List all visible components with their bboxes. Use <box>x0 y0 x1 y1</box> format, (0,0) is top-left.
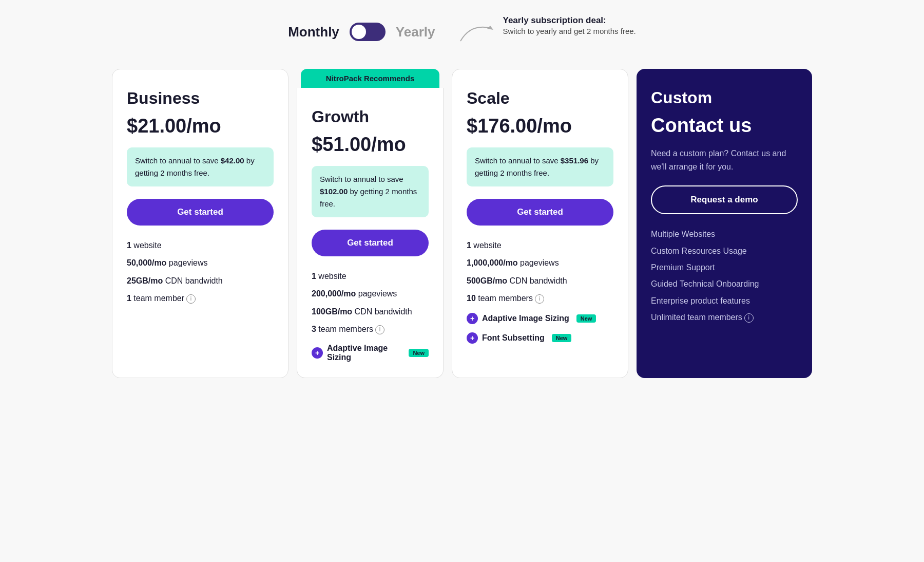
recommend-badge: NitroPack Recommends <box>301 69 439 88</box>
custom-description: Need a custom plan? Contact us and we'll… <box>651 147 798 173</box>
request-demo-btn[interactable]: Request a demo <box>651 185 798 214</box>
info-icon[interactable]: i <box>186 294 196 304</box>
info-icon[interactable]: i <box>535 294 544 304</box>
info-icon[interactable]: i <box>375 325 384 334</box>
yearly-deal-content: Yearly subscription deal: Switch to year… <box>503 15 636 38</box>
new-badge: New <box>576 314 596 323</box>
get-started-btn-scale[interactable]: Get started <box>467 199 613 226</box>
monthly-label: Monthly <box>288 24 339 40</box>
custom-feature-item: Premium Support <box>651 262 798 273</box>
yearly-deal-area: Yearly subscription deal: Switch to year… <box>455 15 636 48</box>
savings-box-business: Switch to annual to save $42.00 by getti… <box>127 147 274 186</box>
arc-arrow-icon <box>455 21 496 48</box>
addon-item: +Adaptive Image SizingNew <box>312 344 429 362</box>
features-list-scale: 1 website1,000,000/mo pageviews500GB/mo … <box>467 240 613 344</box>
plan-name-growth: Growth <box>312 107 429 126</box>
get-started-btn-growth[interactable]: Get started <box>312 230 429 256</box>
feature-item: 1 website <box>312 271 429 282</box>
features-list-growth: 1 website200,000/mo pageviews100GB/mo CD… <box>312 271 429 362</box>
feature-item: 1,000,000/mo pageviews <box>467 257 613 269</box>
feature-item: 100GB/mo CDN bandwidth <box>312 306 429 317</box>
feature-item: 1 website <box>467 240 613 251</box>
addon-plus-icon: + <box>467 332 478 344</box>
plan-card-custom: CustomContact usNeed a custom plan? Cont… <box>637 69 812 378</box>
savings-box-scale: Switch to annual to save $351.96 by gett… <box>467 147 613 186</box>
custom-feature-item: Guided Technical Onboarding <box>651 278 798 290</box>
feature-item: 25GB/mo CDN bandwidth <box>127 275 274 287</box>
addon-item: +Adaptive Image SizingNew <box>467 313 613 324</box>
feature-item: 3 team membersi <box>312 324 429 335</box>
plan-card-growth: Growth$51.00/moSwitch to annual to save … <box>297 88 444 378</box>
feature-item: 50,000/mo pageviews <box>127 257 274 269</box>
new-badge: New <box>552 334 572 342</box>
feature-item: 200,000/mo pageviews <box>312 288 429 299</box>
feature-item: 10 team membersi <box>467 293 613 304</box>
plan-name-business: Business <box>127 89 274 108</box>
billing-toggle-section: Monthly Yearly Yearly subscription deal:… <box>154 15 770 48</box>
plan-price-custom: Contact us <box>651 115 798 137</box>
plans-container: Business$21.00/moSwitch to annual to sav… <box>108 69 816 378</box>
yearly-label: Yearly <box>396 24 435 40</box>
savings-box-growth: Switch to annual to save $102.00 by gett… <box>312 166 429 217</box>
plan-name-custom: Custom <box>651 88 798 107</box>
billing-toggle[interactable] <box>350 23 386 41</box>
features-list-business: 1 website50,000/mo pageviews25GB/mo CDN … <box>127 240 274 305</box>
addon-label: Adaptive Image Sizing <box>482 314 569 323</box>
info-icon[interactable]: i <box>744 313 754 323</box>
toggle-wrapper: Monthly Yearly <box>288 23 435 41</box>
addon-plus-icon: + <box>312 347 323 359</box>
addon-item: +Font SubsettingNew <box>467 332 613 344</box>
get-started-btn-business[interactable]: Get started <box>127 199 274 226</box>
feature-item: 500GB/mo CDN bandwidth <box>467 275 613 287</box>
plan-price-scale: $176.00/mo <box>467 115 613 137</box>
plan-card-scale: Scale$176.00/moSwitch to annual to save … <box>452 69 628 378</box>
addon-label: Adaptive Image Sizing <box>327 344 401 362</box>
yearly-deal-title: Yearly subscription deal: <box>503 15 636 26</box>
custom-feature-item: Custom Resources Usage <box>651 246 798 257</box>
plan-card-business: Business$21.00/moSwitch to annual to sav… <box>112 69 288 378</box>
feature-item: 1 website <box>127 240 274 251</box>
addon-label: Font Subsetting <box>482 333 545 343</box>
feature-item: 1 team memberi <box>127 293 274 304</box>
addon-plus-icon: + <box>467 313 478 324</box>
plan-price-business: $21.00/mo <box>127 115 274 137</box>
custom-features-list: Multiple WebsitesCustom Resources UsageP… <box>651 229 798 323</box>
toggle-knob <box>352 25 366 39</box>
custom-feature-item: Unlimited team membersi <box>651 312 798 323</box>
plan-price-growth: $51.00/mo <box>312 134 429 156</box>
plan-name-scale: Scale <box>467 89 613 108</box>
custom-feature-item: Multiple Websites <box>651 229 798 240</box>
yearly-deal-text: Switch to yearly and get 2 months free. <box>503 26 636 38</box>
new-badge: New <box>409 349 429 357</box>
custom-feature-item: Enterprise product features <box>651 295 798 307</box>
